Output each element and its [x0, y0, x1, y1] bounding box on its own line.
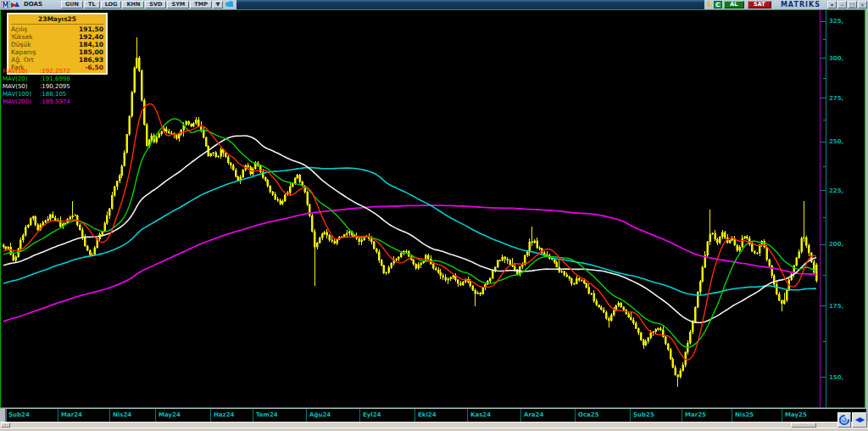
time-tick [359, 409, 360, 422]
price-tick-label: 250, [829, 138, 843, 145]
time-tick-label: Kas24 [470, 411, 491, 418]
window-restore-icon[interactable]: □ [848, 1, 857, 8]
time-tick-label: Mar24 [61, 411, 82, 418]
price-tick-label: 275, [829, 95, 843, 102]
quote-info-row: Düşük184,10 [11, 41, 103, 48]
legend-ma-name: MAV(200) [3, 98, 40, 106]
c-badge-icon[interactable]: C [714, 1, 722, 8]
chart-window: 325,300,275,250,225,200,175,150, 23Mayıs… [0, 9, 865, 408]
window-minimize-icon[interactable]: − [837, 1, 847, 8]
time-tick-label: Mar25 [685, 411, 706, 418]
toolbar-button-tmp[interactable]: TMP [190, 1, 212, 8]
time-tick-label: Eyl24 [363, 411, 381, 418]
quote-info-label: Düşük [11, 41, 31, 48]
legend-ma-name: MAV(100) [3, 91, 40, 98]
legend-ma-name: MAV(50) [3, 83, 40, 91]
price-tick-label: 200, [829, 241, 843, 248]
time-tick-label: May24 [159, 411, 181, 418]
quote-info-label: Açılış [11, 25, 27, 33]
window-controls: ▾−□× [827, 1, 868, 8]
toolbar-button-gun[interactable]: GUN [61, 1, 83, 8]
left-right-arrows-icon: ◀▶ [855, 417, 864, 423]
status-bar [0, 428, 868, 431]
candlestick-plot[interactable] [1, 10, 826, 407]
time-tick [467, 409, 468, 422]
quote-info-value: 184,10 [79, 41, 103, 48]
time-tick [58, 409, 58, 422]
quote-info-value: 192,40 [79, 33, 103, 41]
legend-ma-name: MAV(10) [3, 68, 40, 76]
price-tick-label: 175, [829, 303, 843, 310]
horizontal-scrollbar[interactable]: ‹ · [0, 422, 868, 428]
time-tick-label: Haz24 [214, 411, 234, 418]
price-axis[interactable]: 325,300,275,250,225,200,175,150, [826, 10, 865, 407]
toolbar-button-khn[interactable]: KHN [122, 1, 144, 8]
toolbar-button-svd[interactable]: SVD [145, 1, 166, 8]
time-tick-label: Şub24 [8, 411, 30, 418]
bar-navigation-button[interactable]: ◀▶ [852, 412, 867, 428]
legend-row: MAV(200):189,5974 [3, 98, 70, 106]
legend-row: MAV(20):191,6998 [3, 76, 70, 83]
quote-info-label: Yüksek [11, 33, 33, 41]
price-axis-ticks [821, 21, 826, 377]
time-tick [306, 409, 307, 422]
sell-button[interactable]: SAT [748, 1, 771, 8]
title-bar: M DOAS GUNTLLOGKHNSVDSYMTMP ▼ ϟ C AL SAT… [0, 0, 868, 9]
matriks-bird-icon [11, 1, 19, 8]
quote-info-label: Ağ. Ort [11, 56, 34, 64]
legend-row: MAV(10):192,2572 [3, 68, 70, 76]
time-tick-label: Eki24 [418, 411, 437, 418]
time-tick [415, 409, 415, 422]
toolbar-button-tl[interactable]: TL [84, 1, 100, 8]
quote-info-value: 185,00 [79, 48, 103, 56]
ma-line-100 [3, 168, 816, 295]
time-tick [732, 409, 732, 422]
matriks-m-logo-icon: M [1, 1, 10, 8]
quote-info-value: 186,93 [79, 56, 103, 64]
toolbar-button-group: GUNTLLOGKHNSVDSYMTMP [61, 1, 213, 8]
time-tick-label: Tem24 [256, 411, 278, 418]
time-tick [253, 409, 253, 422]
toolbar-button-sym[interactable]: SYM [167, 1, 189, 8]
quote-info-row: Kapanış185,00 [11, 48, 103, 56]
legend-row: MAV(50):190,2095 [3, 83, 70, 91]
quote-info-value: -6,50 [85, 64, 103, 71]
time-axis[interactable]: Şub24Mar24Nis24May24Haz24Tem24Ağu24Eyl24… [0, 409, 866, 422]
legend-ma-value: :188,105 [40, 91, 66, 98]
price-tick-label: 225, [829, 188, 843, 194]
time-tick-label: Oca25 [578, 411, 599, 418]
time-tick [109, 409, 110, 422]
quote-info-row: Ağ. Ort186,93 [11, 56, 103, 64]
quote-info-value: 191,50 [79, 25, 103, 33]
lightning-icon[interactable]: ϟ [705, 1, 714, 8]
time-tick [682, 409, 682, 422]
window-rollup-icon[interactable]: ▾ [827, 1, 837, 8]
time-tick-label: May25 [785, 411, 807, 418]
matriks-brand-logo: MATRIKS [772, 1, 827, 8]
time-tick-label: Ağu24 [309, 411, 331, 418]
symbol-label: DOAS [20, 1, 61, 8]
legend-ma-value: :192,2572 [40, 68, 70, 76]
candle-wicks [3, 37, 816, 387]
legend-ma-value: :191,6998 [40, 76, 70, 83]
matriks-swirl-icon [839, 415, 849, 425]
candle-bodies [3, 58, 817, 377]
time-tick-label: Nis24 [113, 411, 131, 418]
toolbar-button-log[interactable]: LOG [101, 1, 122, 8]
twitter-bird-icon[interactable] [225, 1, 235, 8]
time-tick-label: Şub25 [633, 411, 654, 418]
chevron-down-icon[interactable]: ▼ [213, 1, 223, 8]
buy-button[interactable]: AL [724, 1, 744, 8]
price-tick-label: 325, [829, 18, 843, 25]
quote-date: 23Mayıs25 [11, 15, 103, 25]
time-tick-label: Nis25 [735, 411, 754, 418]
quote-info-row: Yüksek192,40 [11, 33, 103, 41]
indicator-legend: MAV(10):192,2572MAV(20):191,6998MAV(50):… [3, 68, 70, 106]
time-tick [630, 409, 631, 422]
legend-ma-value: :190,2095 [40, 83, 70, 91]
matriks-swirl-button[interactable] [837, 412, 851, 428]
price-tick-label: 150, [829, 374, 843, 381]
quote-info-box: 23Mayıs25 Açılış191,50Yüksek192,40Düşük1… [7, 13, 108, 75]
time-tick [782, 409, 782, 422]
window-close-icon[interactable]: × [858, 1, 867, 8]
